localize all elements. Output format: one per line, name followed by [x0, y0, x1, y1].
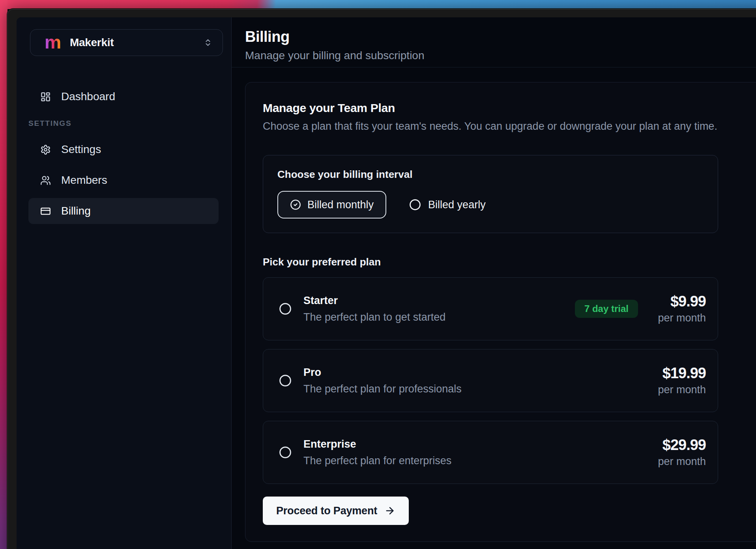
circle-check-icon: [290, 199, 301, 210]
radio-circle-icon[interactable]: [279, 446, 292, 459]
screen: m Makerkit Dashboard SETTINGS: [0, 0, 756, 549]
plan-pricing: $29.99 per month: [655, 437, 706, 468]
billed-monthly-label: Billed monthly: [307, 199, 374, 211]
sidebar-item-members[interactable]: Members: [28, 167, 219, 193]
sidebar-item-label: Members: [61, 174, 107, 187]
proceed-button-label: Proceed to Payment: [276, 505, 377, 517]
billing-interval-options: Billed monthly Billed yearly: [277, 191, 704, 218]
card-title: Manage your Team Plan: [263, 101, 756, 115]
plan-price: $9.99: [670, 293, 706, 309]
billed-yearly-label: Billed yearly: [428, 199, 486, 211]
plan-description: The perfect plan for professionals: [303, 382, 462, 396]
plan-name: Starter: [303, 294, 445, 307]
plan-period: per month: [658, 383, 706, 396]
billing-interval-label: Choose your billing interval: [277, 168, 704, 181]
plan-info: Starter The perfect plan to get started: [303, 294, 445, 324]
plans-label: Pick your preferred plan: [263, 255, 756, 269]
card-subtitle: Choose a plan that fits your team's need…: [263, 120, 756, 133]
workspace-name: Makerkit: [70, 36, 114, 49]
plan-info: Enterprise The perfect plan for enterpri…: [303, 438, 451, 467]
gear-icon: [40, 144, 51, 155]
radio-circle-icon[interactable]: [279, 374, 292, 387]
makerkit-logo-icon: m: [45, 35, 60, 50]
sidebar-item-settings[interactable]: Settings: [28, 136, 219, 162]
sidebar-section-settings: SETTINGS: [28, 110, 219, 136]
chevrons-up-down-icon: [204, 38, 212, 47]
sidebar-item-label: Settings: [61, 143, 101, 156]
plan-pricing: $9.99 per month: [655, 293, 706, 324]
main-content: Billing Manage your billing and subscrip…: [232, 17, 756, 549]
plan-name: Enterprise: [303, 438, 451, 450]
credit-card-icon: [40, 206, 51, 217]
sidebar-item-label: Billing: [61, 205, 91, 217]
sidebar-item-label: Dashboard: [61, 90, 115, 103]
plan-price: $29.99: [662, 437, 706, 453]
billed-yearly-option[interactable]: Billed yearly: [409, 199, 486, 211]
workspace-selector[interactable]: m Makerkit: [30, 29, 223, 56]
arrow-right-icon: [384, 505, 395, 516]
plan-description: The perfect plan for enterprises: [303, 454, 451, 467]
plan-price: $19.99: [662, 365, 706, 381]
team-plan-card: Manage your Team Plan Choose a plan that…: [245, 82, 756, 542]
plan-info: Pro The perfect plan for professionals: [303, 366, 462, 396]
radio-circle-icon: [409, 199, 421, 211]
app-window: m Makerkit Dashboard SETTINGS: [7, 8, 756, 549]
page-header: Billing Manage your billing and subscrip…: [232, 17, 756, 67]
dashboard-icon: [40, 92, 51, 102]
page-title: Billing: [245, 28, 756, 45]
billing-interval-group: Choose your billing interval Billed mont…: [263, 155, 718, 233]
sidebar: m Makerkit Dashboard SETTINGS: [17, 17, 232, 549]
sidebar-item-billing[interactable]: Billing: [28, 198, 219, 224]
sidebar-item-dashboard[interactable]: Dashboard: [28, 84, 219, 110]
plan-name: Pro: [303, 366, 462, 379]
trial-badge: 7 day trial: [575, 300, 638, 318]
plan-row-starter[interactable]: Starter The perfect plan to get started …: [263, 277, 718, 340]
radio-circle-icon[interactable]: [279, 303, 292, 315]
plan-row-enterprise[interactable]: Enterprise The perfect plan for enterpri…: [263, 421, 718, 484]
desktop-wallpaper-top: [0, 0, 756, 9]
plan-period: per month: [658, 312, 706, 324]
plan-pricing: $19.99 per month: [655, 365, 706, 396]
billed-monthly-option[interactable]: Billed monthly: [277, 191, 386, 218]
app-surface: m Makerkit Dashboard SETTINGS: [17, 17, 756, 549]
sidebar-nav: Dashboard SETTINGS Settings Members: [28, 84, 219, 224]
plan-description: The perfect plan to get started: [303, 310, 445, 324]
users-icon: [40, 175, 51, 186]
plan-period: per month: [658, 455, 706, 468]
proceed-to-payment-button[interactable]: Proceed to Payment: [263, 497, 409, 525]
page-subtitle: Manage your billing and subscription: [245, 49, 756, 62]
plan-row-pro[interactable]: Pro The perfect plan for professionals $…: [263, 349, 718, 412]
